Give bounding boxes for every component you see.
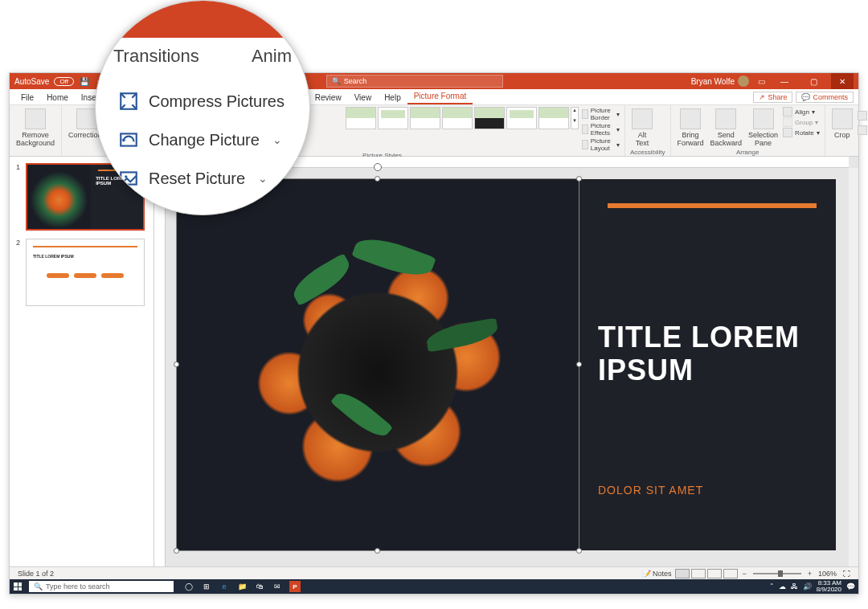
style-7[interactable]	[538, 107, 569, 129]
zoom-slider[interactable]	[753, 573, 801, 574]
slide: TITLE LOREM IPSUM DOLOR SIT AMET	[177, 179, 836, 550]
picture-style-options: Picture Border▾ Picture Effects▾ Picture…	[582, 107, 620, 152]
store-icon[interactable]: 🛍	[254, 581, 265, 592]
chevron-down-icon: ▾	[616, 141, 620, 149]
system-tray: ˄ ☁ 🖧 🔊 8:33 AM 8/9/2020 💬	[770, 580, 858, 593]
width-row: Width: 8.24" ▲▼	[858, 125, 868, 136]
resize-handle[interactable]	[576, 362, 582, 367]
chevron-down-icon: ⌄	[258, 172, 268, 185]
save-icon[interactable]: 💾	[79, 76, 90, 87]
picture-styles-gallery[interactable]: ▲▼	[346, 107, 579, 129]
slide-subtitle[interactable]: DOLOR SIT AMET	[598, 484, 817, 497]
normal-view-button[interactable]	[675, 569, 690, 578]
edge-icon[interactable]: e	[219, 581, 230, 592]
action-center-icon[interactable]: 💬	[846, 582, 855, 591]
alt-text-button[interactable]: Alt Text	[630, 107, 654, 149]
taskbar-clock[interactable]: 8:33 AM 8/9/2020	[817, 580, 841, 593]
close-button[interactable]: ✕	[831, 73, 854, 89]
user-account[interactable]: Bryan Wolfe	[691, 76, 749, 87]
align-button[interactable]: Align▾	[783, 107, 820, 116]
send-backward-button[interactable]: Send Backward	[709, 107, 744, 149]
gallery-scroll[interactable]: ▲▼	[571, 107, 579, 129]
user-name: Bryan Wolfe	[691, 77, 735, 86]
onedrive-icon[interactable]: ☁	[779, 582, 786, 591]
picture-layout-button[interactable]: Picture Layout▾	[582, 137, 620, 152]
vertical-scrollbar[interactable]	[849, 168, 858, 566]
comment-icon: 💬	[801, 93, 810, 101]
chevron-down-icon: ⌄	[272, 133, 282, 146]
autosave-toggle[interactable]: Off	[54, 77, 74, 86]
style-1[interactable]	[346, 107, 376, 129]
compress-pictures-button[interactable]: Compress Pictures	[118, 91, 293, 112]
vertical-ruler	[154, 168, 166, 566]
thumbnail-slide-2[interactable]: 2 TITLE LOREM IPSUM	[16, 239, 147, 306]
tab-help[interactable]: Help	[378, 91, 407, 104]
file-explorer-icon[interactable]: 📁	[236, 581, 248, 592]
magnifier-overlay: Transitions Anim Compress Pictures Chang…	[95, 0, 310, 215]
height-icon	[858, 111, 867, 121]
magnified-tab-animations: Anim	[252, 46, 292, 67]
style-2[interactable]	[378, 107, 408, 129]
share-button[interactable]: ↗Share	[753, 92, 792, 103]
statusbar: Slide 1 of 2 📝Notes − + 106% ⛶	[10, 566, 858, 579]
fit-to-window-button[interactable]: ⛶	[843, 570, 850, 578]
tab-review[interactable]: Review	[309, 91, 348, 104]
task-view-icon[interactable]: ⊞	[201, 581, 212, 592]
change-picture-button[interactable]: Change Picture ⌄	[118, 129, 293, 150]
zoom-percent[interactable]: 106%	[818, 570, 837, 578]
remove-background-button[interactable]: Remove Background	[14, 107, 56, 149]
resize-handle[interactable]	[576, 176, 582, 182]
rotate-handle[interactable]	[374, 163, 382, 171]
selection-pane-button[interactable]: Selection Pane	[747, 107, 780, 149]
comments-button[interactable]: 💬Comments	[796, 92, 854, 103]
tab-file[interactable]: File	[14, 91, 40, 104]
slideshow-view-button[interactable]	[723, 569, 738, 578]
network-icon[interactable]: 🖧	[791, 582, 798, 591]
slide-picture[interactable]	[177, 179, 579, 550]
resize-handle[interactable]	[576, 548, 582, 554]
mail-icon[interactable]: ✉	[272, 581, 283, 592]
slide-title[interactable]: TITLE LOREM IPSUM	[598, 321, 817, 387]
maximize-button[interactable]: ▢	[802, 73, 825, 89]
style-4[interactable]	[442, 107, 473, 129]
title-search-box[interactable]: 🔍 Search	[326, 75, 503, 88]
slide-sorter-view-button[interactable]	[691, 569, 706, 578]
bring-forward-button[interactable]: Bring Forward	[676, 107, 706, 149]
taskbar-search[interactable]: 🔍 Type here to search	[29, 581, 174, 592]
bring-forward-icon	[680, 108, 701, 129]
tab-picture-format[interactable]: Picture Format	[407, 89, 473, 104]
picture-effects-button[interactable]: Picture Effects▾	[582, 122, 620, 137]
minimize-button[interactable]: —	[773, 73, 796, 89]
start-button[interactable]	[10, 579, 26, 594]
crop-button[interactable]: Crop	[830, 107, 854, 141]
ribbon-display-options-icon[interactable]: ▭	[755, 76, 767, 87]
volume-icon[interactable]: 🔊	[803, 582, 812, 591]
tab-home[interactable]: Home	[40, 91, 75, 104]
notes-button[interactable]: 📝Notes	[642, 570, 672, 578]
resize-handle[interactable]	[174, 548, 179, 554]
picture-border-icon	[582, 109, 588, 119]
tray-expand-icon[interactable]: ˄	[770, 582, 774, 591]
picture-border-button[interactable]: Picture Border▾	[582, 107, 620, 121]
group-icon	[783, 117, 792, 127]
resize-handle[interactable]	[375, 548, 380, 554]
zoom-out-button[interactable]: −	[742, 570, 746, 578]
chevron-down-icon: ▾	[616, 126, 620, 133]
change-picture-icon	[118, 129, 139, 150]
picture-effects-icon	[582, 125, 588, 134]
ribbon-group-arrange: Bring Forward Send Backward Selection Pa…	[671, 105, 825, 156]
cortana-icon[interactable]: ◯	[183, 581, 194, 592]
tab-view[interactable]: View	[348, 91, 379, 104]
style-3[interactable]	[410, 107, 440, 129]
style-6[interactable]	[506, 107, 537, 129]
reading-view-button[interactable]	[707, 569, 722, 578]
zoom-in-button[interactable]: +	[808, 570, 812, 578]
resize-handle[interactable]	[375, 176, 380, 182]
rotate-button[interactable]: Rotate▾	[783, 128, 820, 137]
style-5[interactable]	[474, 107, 505, 129]
powerpoint-taskbar-icon[interactable]: P	[289, 581, 301, 592]
reset-picture-button[interactable]: Reset Picture ⌄	[118, 168, 293, 189]
selection-border	[176, 178, 579, 551]
group-button[interactable]: Group▾	[783, 117, 820, 127]
resize-handle[interactable]	[174, 362, 179, 367]
